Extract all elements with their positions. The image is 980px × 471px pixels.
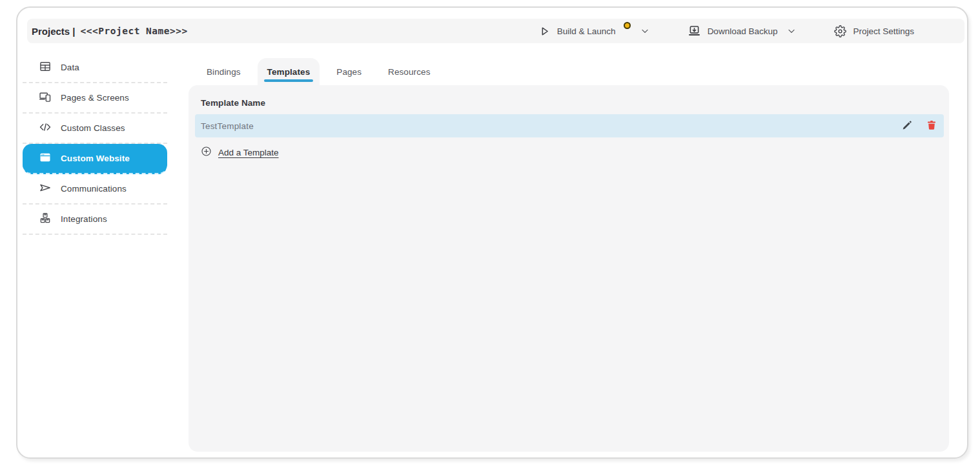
content-tabs: Bindings Templates Pages Resources bbox=[197, 58, 447, 85]
tab-label: Templates bbox=[267, 67, 311, 77]
gear-icon bbox=[834, 25, 846, 37]
table-icon bbox=[39, 60, 52, 75]
sidebar-item-custom-classes[interactable]: Custom Classes bbox=[23, 114, 167, 144]
project-settings-button[interactable]: Project Settings bbox=[834, 25, 914, 37]
column-header-template-name: Template Name bbox=[201, 98, 265, 108]
sidebar-item-label: Custom Website bbox=[61, 154, 130, 163]
plus-circle-icon bbox=[201, 146, 212, 159]
packages-icon bbox=[39, 212, 52, 226]
project-name: <<<Project Name>>> bbox=[81, 26, 188, 36]
trash-icon bbox=[926, 119, 937, 133]
app-window: Projects | <<<Project Name>>> Build & La… bbox=[16, 6, 968, 459]
play-icon bbox=[538, 25, 551, 37]
sidebar-item-label: Pages & Screens bbox=[61, 93, 129, 103]
sidebar-item-communications[interactable]: Communications bbox=[23, 174, 167, 205]
sidebar-item-integrations[interactable]: Integrations bbox=[23, 205, 167, 235]
chevron-down-icon[interactable] bbox=[640, 26, 650, 36]
tab-templates[interactable]: Templates bbox=[258, 58, 320, 85]
active-tab-indicator bbox=[264, 79, 314, 82]
build-status-dot bbox=[624, 22, 631, 29]
template-name-cell: TestTemplate bbox=[201, 121, 901, 131]
sidebar-item-data[interactable]: Data bbox=[23, 53, 167, 83]
code-icon bbox=[39, 121, 52, 135]
chevron-down-icon[interactable] bbox=[786, 26, 797, 36]
edit-template-button[interactable] bbox=[901, 119, 913, 133]
add-template-label: Add a Template bbox=[218, 148, 279, 157]
build-launch-label: Build & Launch bbox=[557, 26, 616, 36]
download-laptop-icon bbox=[688, 25, 701, 38]
sidebar-item-label: Custom Classes bbox=[61, 123, 125, 133]
top-bar: Projects | <<<Project Name>>> Build & La… bbox=[27, 19, 965, 43]
tab-bindings[interactable]: Bindings bbox=[197, 58, 250, 85]
sidebar: Data Pages & Screens Custom Classes bbox=[23, 53, 167, 235]
tab-label: Pages bbox=[336, 67, 362, 77]
project-settings-label: Project Settings bbox=[853, 26, 914, 36]
page-title-prefix: Projects | bbox=[32, 26, 76, 37]
topbar-actions: Build & Launch Download Backup bbox=[538, 25, 965, 38]
browser-icon bbox=[39, 151, 52, 166]
templates-panel: Template Name TestTemplate bbox=[189, 85, 949, 452]
tab-label: Bindings bbox=[207, 67, 241, 77]
download-backup-button[interactable]: Download Backup bbox=[688, 25, 797, 38]
sidebar-item-label: Data bbox=[61, 63, 79, 72]
delete-template-button[interactable] bbox=[926, 119, 937, 133]
sidebar-item-label: Communications bbox=[61, 184, 127, 194]
download-backup-label: Download Backup bbox=[708, 26, 778, 36]
pencil-icon bbox=[901, 119, 913, 133]
sidebar-item-label: Integrations bbox=[61, 214, 107, 224]
page-title: Projects | <<<Project Name>>> bbox=[32, 26, 188, 37]
sidebar-item-custom-website[interactable]: Custom Website bbox=[23, 144, 167, 174]
tab-resources[interactable]: Resources bbox=[378, 58, 440, 85]
tab-label: Resources bbox=[388, 67, 430, 77]
build-launch-button[interactable]: Build & Launch bbox=[538, 25, 650, 37]
row-actions bbox=[901, 119, 937, 133]
table-row[interactable]: TestTemplate bbox=[195, 114, 944, 137]
add-template-link[interactable]: Add a Template bbox=[195, 143, 279, 162]
devices-icon bbox=[39, 90, 52, 105]
send-icon bbox=[39, 181, 52, 196]
tab-pages[interactable]: Pages bbox=[327, 58, 371, 85]
sidebar-item-pages-screens[interactable]: Pages & Screens bbox=[23, 83, 167, 114]
